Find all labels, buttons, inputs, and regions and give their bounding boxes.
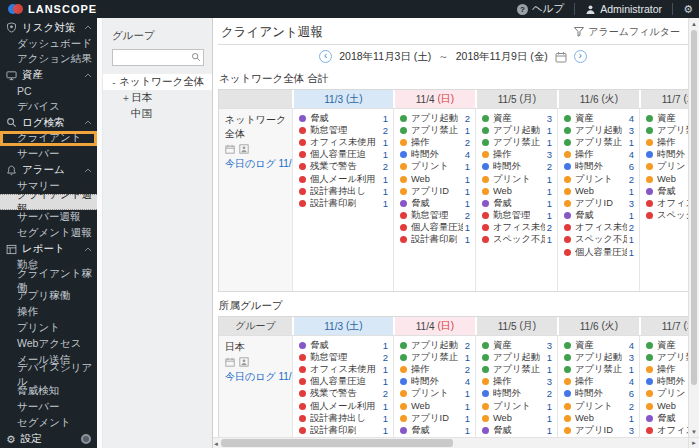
alarm-entry[interactable]: アプリ起動1 bbox=[476, 351, 557, 363]
alarm-entry[interactable]: 個人容量圧迫1 bbox=[293, 376, 393, 388]
alarm-count[interactable]: 1 bbox=[545, 401, 552, 412]
alarm-count[interactable]: 1 bbox=[463, 401, 470, 412]
calendar-button[interactable] bbox=[555, 51, 567, 63]
alarm-entry[interactable]: 操作4 bbox=[558, 376, 639, 388]
alarm-entry[interactable]: Web1 bbox=[558, 185, 639, 197]
alarm-entry[interactable]: 時間外 bbox=[640, 376, 688, 388]
alarm-entry[interactable]: 設計書持出し1 bbox=[293, 185, 393, 197]
alarm-entry[interactable]: オフィス未使用2 bbox=[558, 222, 639, 234]
alarm-count[interactable]: 1 bbox=[463, 413, 470, 424]
alarm-count[interactable]: 1 bbox=[381, 376, 388, 387]
alarm-entry[interactable]: Web1 bbox=[476, 412, 557, 424]
alarm-entry[interactable]: アプリ起動3 bbox=[558, 351, 639, 363]
sidebar-item[interactable]: セグメント週報 bbox=[0, 225, 97, 241]
alarm-entry[interactable]: アプリ禁止 bbox=[640, 351, 688, 363]
sidebar-item[interactable]: プリント bbox=[0, 320, 97, 336]
sidebar-item[interactable]: デバイスシリアル bbox=[0, 368, 97, 384]
alarm-entry[interactable]: スペック不足1 bbox=[558, 234, 639, 246]
alarm-entry[interactable]: プリント1 bbox=[476, 400, 557, 412]
alarm-entry[interactable]: Web1 bbox=[476, 185, 557, 197]
alarm-count[interactable]: 2 bbox=[627, 174, 634, 185]
alarm-entry[interactable]: Web1 bbox=[394, 400, 475, 412]
alarm-entry[interactable]: アプリ起動2 bbox=[394, 112, 475, 124]
alarm-count[interactable]: 1 bbox=[463, 174, 470, 185]
alarm-entry[interactable]: 資産4 bbox=[558, 112, 639, 124]
alarm-entry[interactable]: プリント2 bbox=[558, 400, 639, 412]
alarm-entry[interactable]: アプリ禁止1 bbox=[394, 351, 475, 363]
alarm-entry[interactable]: Web bbox=[640, 400, 688, 412]
alarm-count[interactable]: 1 bbox=[381, 364, 388, 375]
alarm-entry[interactable]: アプリ禁止1 bbox=[558, 136, 639, 148]
alarm-entry[interactable]: 脅威1 bbox=[394, 424, 475, 436]
alarm-count[interactable]: 1 bbox=[627, 137, 634, 148]
alarm-entry[interactable]: アプリ禁止1 bbox=[476, 136, 557, 148]
alarm-entry[interactable]: 脅威1 bbox=[558, 210, 639, 222]
alarm-entry[interactable]: 勤怠管理2 bbox=[293, 124, 393, 136]
group-tree-node[interactable]: 中国 bbox=[103, 106, 212, 122]
alarm-count[interactable]: 1 bbox=[463, 161, 470, 172]
sidebar-item[interactable]: デバイス bbox=[0, 99, 97, 115]
alarm-entry[interactable]: 脅威1 bbox=[293, 112, 393, 124]
alarm-entry[interactable]: 脅威1 bbox=[293, 339, 393, 351]
alarm-count[interactable]: 2 bbox=[627, 401, 634, 412]
alarm-count[interactable]: 2 bbox=[463, 137, 470, 148]
alarm-entry[interactable]: 脅威 bbox=[640, 412, 688, 424]
scroll-up-button[interactable]: ▲ bbox=[689, 18, 699, 29]
sidebar-section-1[interactable]: 資産 bbox=[0, 67, 97, 83]
today-log-link[interactable]: 今日のログ 11/9 (金) bbox=[225, 157, 288, 171]
weekly-calendar-icon[interactable] bbox=[225, 144, 235, 154]
alarm-count[interactable]: 1 bbox=[545, 125, 552, 136]
alarm-count[interactable]: 1 bbox=[463, 352, 470, 363]
sidebar-section-4[interactable]: レポート bbox=[0, 241, 97, 257]
alarm-count[interactable]: 3 bbox=[627, 352, 634, 363]
alarm-entry[interactable]: スペック不足1 bbox=[476, 234, 557, 246]
alarm-count[interactable]: 4 bbox=[463, 149, 470, 160]
client-list-icon[interactable] bbox=[239, 357, 249, 367]
alarm-entry[interactable]: アプリ起動1 bbox=[476, 124, 557, 136]
sidebar-item[interactable]: 操作 bbox=[0, 304, 97, 320]
alarm-count[interactable]: 4 bbox=[463, 376, 470, 387]
alarm-entry[interactable]: オフィス未使用1 bbox=[293, 136, 393, 148]
search-icon[interactable] bbox=[191, 52, 201, 62]
alarm-entry[interactable]: 資産4 bbox=[558, 339, 639, 351]
alarm-count[interactable]: 4 bbox=[627, 149, 634, 160]
alarm-entry[interactable]: 操作2 bbox=[394, 136, 475, 148]
alarm-count[interactable]: 1 bbox=[381, 413, 388, 424]
alarm-count[interactable]: 1 bbox=[381, 149, 388, 160]
vertical-scrollbar-thumb[interactable] bbox=[691, 30, 697, 385]
alarm-count[interactable]: 2 bbox=[463, 113, 470, 124]
sidebar-section-3[interactable]: アラーム bbox=[0, 162, 97, 178]
alarm-entry[interactable]: 時間外 bbox=[640, 149, 688, 161]
alarm-entry[interactable]: 設計書持出し1 bbox=[293, 412, 393, 424]
alarm-count[interactable]: 1 bbox=[545, 137, 552, 148]
alarm-entry[interactable]: 時間外4 bbox=[394, 149, 475, 161]
alarm-entry[interactable]: 個人メール利用1 bbox=[293, 173, 393, 185]
alarm-count[interactable]: 2 bbox=[381, 388, 388, 399]
alarm-entry[interactable]: 時間外4 bbox=[394, 376, 475, 388]
alarm-entry[interactable]: 残業で警告2 bbox=[293, 161, 393, 173]
alarm-entry[interactable]: アプリID3 bbox=[558, 197, 639, 209]
alarm-entry[interactable]: 脅威1 bbox=[394, 197, 475, 209]
alarm-count[interactable]: 1 bbox=[463, 125, 470, 136]
sidebar-item[interactable]: アクション結果 bbox=[0, 52, 97, 68]
sidebar-item[interactable]: サーバー bbox=[0, 146, 97, 162]
alarm-count[interactable]: 1 bbox=[545, 425, 552, 436]
alarm-entry[interactable]: 勤怠管理2 bbox=[394, 210, 475, 222]
alarm-count[interactable]: 1 bbox=[545, 413, 552, 424]
alarm-count[interactable]: 1 bbox=[381, 174, 388, 185]
alarm-count[interactable]: 2 bbox=[627, 222, 634, 233]
alarm-entry[interactable]: 脅威1 bbox=[476, 424, 557, 436]
alarm-entry[interactable]: 操作 bbox=[640, 136, 688, 148]
alarm-count[interactable]: 2 bbox=[545, 161, 552, 172]
alarm-count[interactable]: 1 bbox=[463, 425, 470, 436]
alarm-count[interactable]: 1 bbox=[545, 174, 552, 185]
sidebar-item[interactable]: PC bbox=[0, 83, 97, 99]
alarm-count[interactable]: 1 bbox=[627, 186, 634, 197]
user-menu[interactable]: Administrator bbox=[585, 3, 662, 15]
alarm-count[interactable]: 2 bbox=[545, 388, 552, 399]
alarm-entry[interactable]: プリント2 bbox=[558, 173, 639, 185]
alarm-count[interactable]: 1 bbox=[381, 425, 388, 436]
tree-toggle-icon[interactable]: + bbox=[121, 93, 131, 104]
alarm-entry[interactable]: 時間外2 bbox=[476, 388, 557, 400]
alarm-count[interactable]: 1 bbox=[463, 388, 470, 399]
